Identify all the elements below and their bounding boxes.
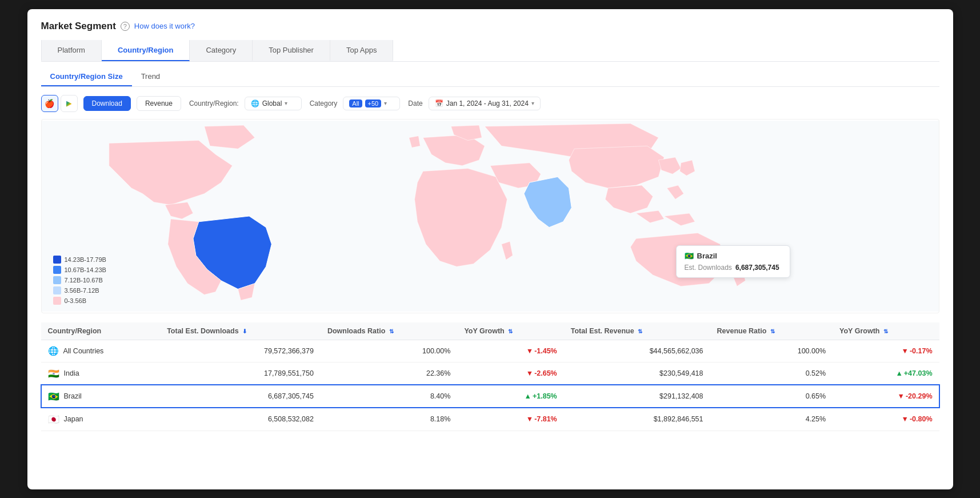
table-row[interactable]: 🇧🇷 Brazil 6,687,305,745 8.40% ▲+1.85% $2…: [41, 385, 939, 408]
help-icon[interactable]: ?: [121, 22, 130, 31]
filters-row: 🍎 ▶ Download Revenue Country/Region: 🌐 G…: [41, 95, 939, 112]
metric-download-btn[interactable]: Download: [83, 96, 131, 111]
apple-icon: 🍎: [45, 99, 54, 108]
map-legend: 14.23B-17.79B 10.67B-14.23B 7.12B-10.67B…: [53, 256, 106, 305]
legend-swatch-3: [53, 276, 61, 284]
tab-platform[interactable]: Platform: [41, 40, 102, 61]
world-map-svg: [42, 119, 939, 313]
col-total-downloads[interactable]: Total Est. Downloads ⬇: [160, 322, 321, 340]
triangle-down: ▼: [898, 392, 905, 400]
total-downloads-cell: 17,789,551,750: [160, 362, 321, 385]
region-filter-label: Country/Region:: [189, 99, 239, 107]
category-filter-label: Category: [310, 99, 338, 107]
main-tabs: Platform Country/Region Category Top Pub…: [41, 40, 939, 62]
sub-tab-trend[interactable]: Trend: [132, 69, 169, 86]
brazil-flag: 🇧🇷: [48, 391, 59, 402]
downloads-ratio-cell: 8.40%: [321, 385, 458, 408]
map-tooltip: 🇧🇷 Brazil Est. Downloads 6,687,305,745: [676, 245, 790, 278]
metric-revenue-btn[interactable]: Revenue: [137, 96, 181, 111]
globe-icon: 🌐: [48, 346, 59, 356]
table-row[interactable]: 🇮🇳 India 17,789,551,750 22.36% ▼-2.65% $…: [41, 362, 939, 385]
yoy-rev-cell: ▲+47.03%: [833, 362, 939, 385]
col-country: Country/Region: [41, 322, 161, 340]
tooltip-header: 🇧🇷 Brazil: [685, 252, 782, 260]
revenue-ratio-cell: 100.00%: [710, 340, 833, 362]
main-container: Market Segment ? How does it work? Platf…: [27, 9, 953, 489]
sub-tabs: Country/Region Size Trend: [41, 62, 939, 87]
tab-category[interactable]: Category: [190, 40, 253, 61]
col-downloads-ratio-label: Downloads Ratio: [327, 327, 385, 335]
platform-ios-btn[interactable]: 🍎: [41, 95, 58, 112]
country-cell: 🇯🇵 Japan: [41, 408, 161, 431]
col-yoy-rev[interactable]: YoY Growth ⇅: [833, 322, 939, 340]
tab-top-publisher[interactable]: Top Publisher: [253, 40, 330, 61]
downloads-ratio-cell: 22.36%: [321, 362, 458, 385]
country-name: Japan: [64, 415, 83, 423]
col-revenue-ratio[interactable]: Revenue Ratio ⇅: [710, 322, 833, 340]
triangle-down: ▼: [902, 347, 909, 355]
col-yoy-dl-label: YoY Growth: [464, 327, 504, 335]
world-map-container: 🇧🇷 Brazil Est. Downloads 6,687,305,745 1…: [41, 119, 939, 313]
platform-android-btn[interactable]: ▶: [61, 95, 78, 112]
country-name: All Countries: [63, 347, 104, 355]
tab-top-apps[interactable]: Top Apps: [330, 40, 394, 61]
sort-icon-rev-ratio: ⇅: [770, 328, 775, 334]
legend-item-4: 3.56B-7.12B: [53, 286, 106, 294]
revenue-ratio-cell: 0.52%: [710, 362, 833, 385]
platform-icons: 🍎 ▶: [41, 95, 78, 112]
how-does-it-work-link[interactable]: How does it work?: [134, 22, 195, 30]
date-arrow: ▾: [531, 100, 534, 106]
legend-item-1: 14.23B-17.79B: [53, 256, 106, 264]
table-header-row: Country/Region Total Est. Downloads ⬇ Do…: [41, 322, 939, 340]
yoy-rev-cell: ▼-0.17%: [833, 340, 939, 362]
table-row[interactable]: 🇯🇵 Japan 6,508,532,082 8.18% ▼-7.81% $1,…: [41, 408, 939, 431]
legend-item-3: 7.12B-10.67B: [53, 276, 106, 284]
data-table: Country/Region Total Est. Downloads ⬇ Do…: [41, 322, 939, 431]
triangle-up: ▲: [525, 392, 531, 400]
gplay-icon: ▶: [66, 99, 71, 107]
tooltip-country: Brazil: [697, 252, 717, 260]
tooltip-est-value: 6,687,305,745: [735, 264, 779, 272]
sort-icon-downloads: ⬇: [242, 328, 247, 334]
region-value: Global: [262, 99, 282, 107]
yoy-dl-cell: ▲+1.85%: [457, 385, 563, 408]
triangle-down: ▼: [526, 369, 533, 377]
col-yoy-dl[interactable]: YoY Growth ⇅: [457, 322, 563, 340]
yoy-dl-cell: ▼-1.45%: [457, 340, 563, 362]
total-revenue-cell: $1,892,846,551: [564, 408, 710, 431]
country-name: India: [64, 369, 79, 377]
total-revenue-cell: $44,565,662,036: [564, 340, 710, 362]
yoy-dl-cell: ▼-2.65%: [457, 362, 563, 385]
category-select[interactable]: All +50 ▾: [343, 97, 400, 110]
col-downloads-ratio[interactable]: Downloads Ratio ⇅: [321, 322, 458, 340]
sub-tab-size[interactable]: Country/Region Size: [41, 69, 132, 86]
col-total-revenue[interactable]: Total Est. Revenue ⇅: [564, 322, 710, 340]
legend-label-1: 14.23B-17.79B: [65, 256, 106, 263]
country-cell: 🇮🇳 India: [41, 362, 161, 385]
legend-label-2: 10.67B-14.23B: [65, 266, 106, 273]
yoy-dl-cell: ▼-7.81%: [457, 408, 563, 431]
tab-country-region[interactable]: Country/Region: [102, 40, 190, 61]
region-select[interactable]: 🌐 Global ▾: [245, 97, 302, 110]
legend-item-5: 0-3.56B: [53, 297, 106, 305]
col-revenue-ratio-label: Revenue Ratio: [717, 327, 767, 335]
revenue-ratio-cell: 0.65%: [710, 385, 833, 408]
sort-icon-yoy-dl: ⇅: [508, 328, 513, 334]
table-row[interactable]: 🌐 All Countries 79,572,366,379 100.00% ▼…: [41, 340, 939, 362]
country-cell: 🌐 All Countries: [41, 340, 161, 362]
col-total-revenue-label: Total Est. Revenue: [571, 327, 634, 335]
page-title: Market Segment: [41, 21, 116, 32]
legend-label-5: 0-3.56B: [65, 297, 87, 304]
triangle-down: ▼: [526, 415, 533, 423]
calendar-icon: 📅: [435, 99, 443, 107]
legend-swatch-1: [53, 256, 61, 264]
yoy-rev-cell: ▼-0.80%: [833, 408, 939, 431]
legend-label-4: 3.56B-7.12B: [65, 287, 99, 294]
triangle-down: ▼: [902, 415, 909, 423]
tooltip-est-label: Est. Downloads: [685, 264, 732, 272]
legend-swatch-4: [53, 286, 61, 294]
date-select[interactable]: 📅 Jan 1, 2024 - Aug 31, 2024 ▾: [429, 97, 541, 110]
total-revenue-cell: $230,549,418: [564, 362, 710, 385]
globe-icon: 🌐: [251, 99, 259, 107]
tooltip-flag: 🇧🇷: [685, 252, 694, 260]
